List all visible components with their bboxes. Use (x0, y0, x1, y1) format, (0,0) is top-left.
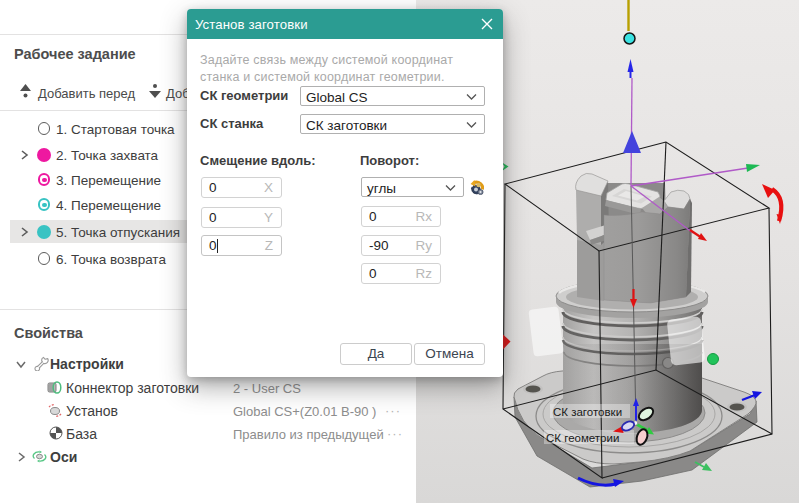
svg-text:СК заготовки: СК заготовки (553, 406, 622, 418)
svg-text:СК геометрии: СК геометрии (546, 432, 619, 444)
